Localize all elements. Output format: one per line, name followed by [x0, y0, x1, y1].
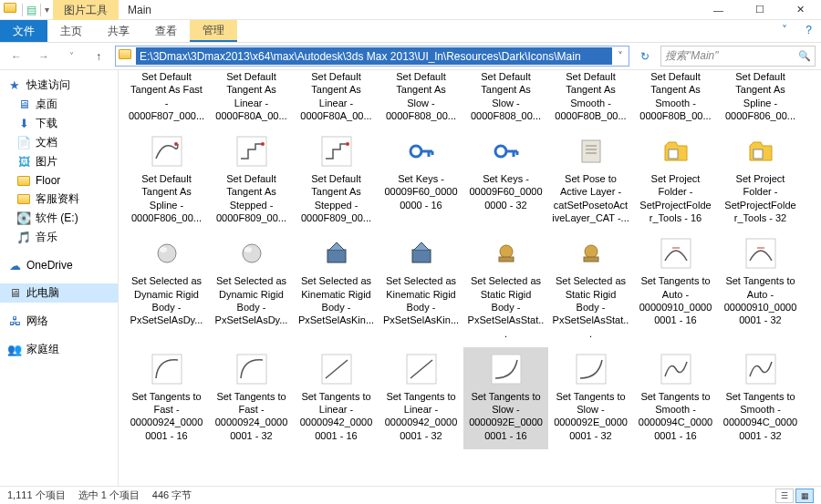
view-details-button[interactable]: ☰	[775, 489, 794, 503]
file-item[interactable]: Set DefaultTangent As Fast-0000F807_000.…	[124, 70, 209, 129]
file-item[interactable]: Set DefaultTangent AsStepped -0000F809_0…	[209, 129, 294, 231]
file-item[interactable]: Set Tangents toLinear -00000942_00000001…	[379, 347, 463, 449]
file-thumbnail	[488, 351, 525, 387]
file-item[interactable]: Set Selected asDynamic RigidBody -PxSetS…	[124, 231, 209, 346]
sidebar-icon: 🎵	[16, 231, 31, 245]
file-label: 0001 - 32	[552, 429, 629, 442]
file-item[interactable]: Set Tangents toLinear -00000942_00000001…	[294, 347, 379, 449]
file-label: PxSetSelAsDy...	[128, 314, 205, 326]
file-item[interactable]: Set DefaultTangent AsLinear -0000F80A_00…	[294, 70, 379, 129]
file-label: Set Tangents to	[722, 390, 799, 403]
file-label: Kinematic Rigid	[382, 288, 460, 301]
file-item[interactable]: Set ProjectFolder -SetProjectFolder_Tool…	[633, 129, 718, 231]
ribbon-expand-icon[interactable]: ˅	[773, 20, 796, 42]
file-item[interactable]: Set DefaultTangent AsSpline -0000F806_00…	[124, 129, 209, 231]
file-label: 0001 - 16	[637, 429, 714, 442]
context-tab-picture-tools[interactable]: 图片工具	[53, 0, 119, 20]
tab-manage[interactable]: 管理	[190, 20, 237, 42]
file-label: Smooth -	[637, 97, 714, 109]
file-label: 0001 - 16	[467, 429, 545, 442]
file-item[interactable]: Set Selected asStatic RigidBody -PxSetSe…	[463, 231, 548, 346]
history-dropdown[interactable]: ˅	[60, 46, 82, 67]
help-icon[interactable]: ?	[796, 20, 821, 42]
file-item[interactable]: Set Tangents toAuto -00000910_00000001 -…	[633, 231, 718, 346]
sidebar-item[interactable]: 🎵音乐	[0, 228, 118, 247]
file-tab[interactable]: 文件	[0, 20, 47, 42]
svg-point-1	[174, 142, 178, 146]
this-pc-item[interactable]: 🖥 此电脑	[0, 283, 118, 303]
sidebar-item[interactable]: Floor	[0, 171, 118, 190]
file-label: Dynamic Rigid	[128, 288, 205, 301]
file-item[interactable]: Set ProjectFolder -SetProjectFolder_Tool…	[718, 129, 803, 231]
search-box[interactable]: 搜索"Main" 🔍	[660, 46, 816, 67]
file-item[interactable]: Set DefaultTangent AsSmooth -0000F80B_00…	[548, 70, 633, 129]
pc-icon: 🖥	[7, 286, 22, 301]
address-bar[interactable]: ˅	[115, 46, 629, 67]
up-button[interactable]: ↑	[88, 46, 109, 67]
refresh-button[interactable]: ↻	[635, 46, 655, 67]
file-label: Linear -	[297, 97, 375, 109]
file-label: Active Layer -	[552, 185, 629, 198]
network-item[interactable]: 🖧 网络	[0, 312, 118, 331]
homegroup-item[interactable]: 👥 家庭组	[0, 340, 118, 359]
onedrive-item[interactable]: ☁ OneDrive	[0, 256, 118, 274]
file-item[interactable]: Set Pose toActive Layer -catSetPosetoAct…	[548, 129, 633, 231]
file-grid[interactable]: Set DefaultTangent As Fast-0000F807_000.…	[119, 70, 821, 486]
search-placeholder: 搜索"Main"	[665, 48, 798, 64]
view-icons-button[interactable]: ▦	[795, 489, 814, 503]
minimize-button[interactable]: —	[698, 0, 739, 20]
file-label: Tangent As	[637, 83, 714, 96]
file-item[interactable]: Set Selected asDynamic RigidBody -PxSetS…	[209, 231, 294, 346]
file-item[interactable]: Set Tangents toSlow -0000092E_00000001 -…	[463, 347, 548, 449]
sidebar-item[interactable]: 客服资料	[0, 190, 118, 209]
file-label: Set Project	[722, 172, 799, 185]
sidebar-item[interactable]: 🖥桌面	[0, 95, 118, 114]
file-item[interactable]: Set Tangents toSlow -0000092E_00000001 -…	[548, 347, 633, 449]
file-item[interactable]: Set DefaultTangent AsSpline -0000F806_00…	[718, 70, 803, 129]
file-item[interactable]: Set DefaultTangent AsSmooth -0000F80B_00…	[633, 70, 718, 129]
svg-rect-8	[582, 140, 600, 162]
file-item[interactable]: Set Tangents toSmooth -0000094C_00000001…	[718, 347, 803, 449]
file-label: 0000F80B_00...	[637, 109, 714, 122]
file-label: 00000942_0000	[382, 416, 460, 428]
file-label: Smooth -	[552, 97, 629, 109]
maximize-button[interactable]: ☐	[739, 0, 780, 20]
file-label: Smooth -	[637, 403, 714, 416]
forward-button[interactable]: →	[33, 46, 55, 67]
qat-dropdown[interactable]: ▾	[45, 5, 49, 15]
address-input[interactable]	[136, 47, 612, 65]
file-label: Static Rigid	[552, 288, 629, 301]
close-button[interactable]: ✕	[780, 0, 821, 20]
file-item[interactable]: Set Tangents toSmooth -0000094C_00000001…	[633, 347, 718, 449]
tab-view[interactable]: 查看	[142, 20, 190, 42]
sidebar-item[interactable]: 💽软件 (E:)	[0, 209, 118, 228]
tab-share[interactable]: 共享	[95, 20, 142, 42]
file-item[interactable]: Set Selected asKinematic RigidBody -PxSe…	[294, 231, 379, 346]
file-label: Tangent As	[213, 185, 290, 198]
tab-home[interactable]: 主页	[47, 20, 95, 42]
file-item[interactable]: Set Tangents toAuto -00000910_00000001 -…	[718, 231, 803, 346]
file-item[interactable]: Set DefaultTangent AsLinear -0000F80A_00…	[209, 70, 294, 129]
file-item[interactable]: Set Keys -00009F60_00000000 - 16	[379, 129, 463, 231]
file-item[interactable]: Set Tangents toFast -00000924_00000001 -…	[209, 347, 294, 449]
file-item[interactable]: Set Selected asStatic RigidBody -PxSetSe…	[548, 231, 633, 346]
file-label: 0001 - 32	[722, 314, 799, 326]
back-button[interactable]: ←	[5, 46, 27, 67]
sidebar-item[interactable]: 🖼图片	[0, 152, 118, 171]
file-label: Body -	[467, 301, 545, 314]
quick-access-header[interactable]: ★ 快速访问	[0, 76, 118, 95]
file-item[interactable]: Set Selected asKinematic RigidBody -PxSe…	[379, 231, 463, 346]
qat-props-icon[interactable]: ▤	[26, 4, 36, 16]
address-dropdown[interactable]: ˅	[612, 50, 629, 63]
file-label: Linear -	[382, 403, 460, 416]
file-item[interactable]: Set DefaultTangent AsSlow -0000F808_00..…	[463, 70, 548, 129]
file-label: Set Default	[637, 70, 714, 83]
sidebar-item[interactable]: 📄文档	[0, 133, 118, 152]
sidebar-item[interactable]: ⬇下载	[0, 114, 118, 133]
file-item[interactable]: Set Keys -00009F60_00000000 - 32	[463, 129, 548, 231]
svg-rect-28	[577, 355, 606, 384]
file-item[interactable]: Set DefaultTangent AsSlow -0000F808_00..…	[379, 70, 463, 129]
file-item[interactable]: Set Tangents toFast -00000924_00000001 -…	[124, 347, 209, 449]
file-label: 0000F808_00...	[467, 109, 545, 122]
file-item[interactable]: Set DefaultTangent AsStepped -0000F809_0…	[294, 129, 379, 231]
